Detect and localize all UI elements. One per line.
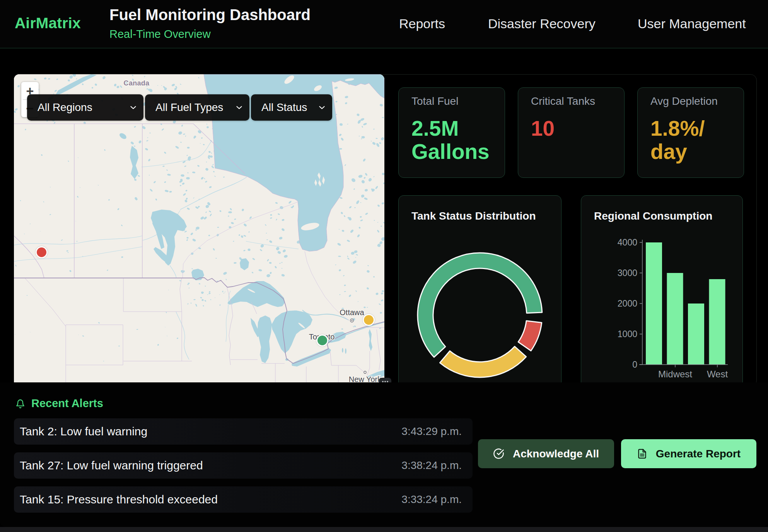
svg-text:West: West — [707, 369, 728, 379]
svg-text:Ottawa: Ottawa — [340, 308, 364, 317]
svg-text:Midwest: Midwest — [658, 369, 692, 379]
svg-text:3000: 3000 — [618, 268, 637, 278]
svg-text:2000: 2000 — [618, 298, 637, 309]
svg-text:New York: New York — [349, 375, 382, 382]
svg-text:1000: 1000 — [618, 329, 637, 339]
svg-text:4000: 4000 — [618, 237, 637, 247]
svg-text:Canada: Canada — [124, 79, 150, 87]
svg-text:0: 0 — [632, 360, 637, 370]
